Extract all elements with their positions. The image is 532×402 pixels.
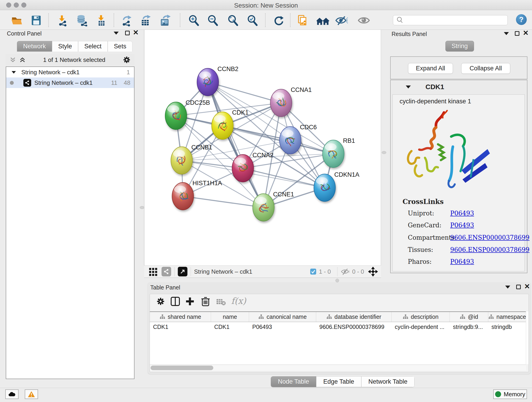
column-header--id[interactable]: @id bbox=[450, 312, 488, 322]
crosslink-genecard-link[interactable]: P06493 bbox=[450, 222, 474, 229]
crosslink-compartments-link[interactable]: 9606.ENSP00000378699 bbox=[450, 234, 530, 241]
network-collection-row[interactable]: String Network – cdk1 1 bbox=[6, 67, 134, 77]
network-canvas[interactable]: CCNB2CCNA1CDC25BCDK1CDC6RB1CCNB1CCNA2CDK… bbox=[144, 30, 381, 265]
node-CCNE1[interactable]: CCNE1 bbox=[253, 191, 294, 221]
network-row-selected[interactable]: String Network – cdk1 11 48 bbox=[6, 77, 134, 88]
scrollbar-thumb[interactable] bbox=[151, 366, 213, 370]
panel-close-icon[interactable]: ✕ bbox=[133, 30, 139, 35]
pan-move-icon[interactable] bbox=[368, 267, 378, 276]
hide-selected-button[interactable] bbox=[335, 14, 348, 27]
panel-close-icon[interactable]: ✕ bbox=[523, 31, 529, 35]
clone-network-button[interactable] bbox=[296, 14, 309, 27]
export-network-button[interactable] bbox=[120, 14, 133, 27]
panel-close-icon[interactable]: ✕ bbox=[524, 284, 530, 289]
refresh-layout-button[interactable] bbox=[272, 14, 285, 27]
create-column-plus-icon[interactable] bbox=[185, 296, 195, 307]
expand-all-icon[interactable] bbox=[19, 56, 26, 64]
cloud-status-button[interactable] bbox=[5, 389, 19, 399]
tab-style[interactable]: Style bbox=[52, 41, 78, 51]
collapse-all-icon[interactable] bbox=[9, 56, 17, 64]
search-input[interactable] bbox=[405, 16, 507, 25]
selected-checkbox-icon[interactable] bbox=[310, 268, 317, 275]
network-options-gear-icon[interactable] bbox=[122, 55, 131, 64]
tab-network[interactable]: Network bbox=[17, 41, 52, 51]
zoom-out-button[interactable] bbox=[206, 14, 219, 27]
table-cell[interactable]: stringdb:9... bbox=[450, 322, 488, 332]
import-network-file-button[interactable] bbox=[56, 14, 68, 27]
zoom-fit-content-button[interactable] bbox=[227, 14, 239, 27]
column-header-shared-name[interactable]: shared name bbox=[150, 312, 211, 322]
table-row[interactable]: CDK1CDK1P064939606.ENSP00000378699cyclin… bbox=[150, 322, 526, 332]
open-in-browser-icon[interactable] bbox=[178, 267, 187, 276]
edge-CCNE1-HIST1H1A[interactable] bbox=[183, 196, 264, 207]
warnings-button[interactable] bbox=[25, 389, 38, 399]
tab-node-table[interactable]: Node Table bbox=[271, 376, 316, 387]
import-network-database-button[interactable] bbox=[75, 14, 88, 27]
table-cell[interactable]: CDK1 bbox=[150, 322, 211, 332]
export-network-icon bbox=[121, 14, 133, 26]
column-header-database-identifier[interactable]: database identifier bbox=[316, 312, 392, 322]
panel-menu-icon[interactable] bbox=[505, 286, 510, 288]
help-button[interactable]: ? bbox=[516, 14, 527, 25]
export-table-button[interactable] bbox=[139, 14, 152, 27]
tree-expander-icon[interactable] bbox=[12, 71, 16, 73]
save-session-button[interactable] bbox=[30, 14, 43, 27]
network-collection-label: String Network – cdk1 bbox=[21, 69, 80, 76]
node-CCNB1[interactable]: CCNB1 bbox=[171, 144, 212, 174]
crosslink-tissues-link[interactable]: 9606.ENSP00000378699 bbox=[450, 246, 530, 253]
open-session-button[interactable] bbox=[10, 14, 23, 27]
show-all-button[interactable] bbox=[357, 14, 370, 27]
table-cell[interactable]: P06493 bbox=[249, 322, 316, 332]
panel-menu-icon[interactable] bbox=[114, 32, 119, 35]
node-section-header[interactable]: CDK1 bbox=[391, 80, 527, 94]
collapse-all-button[interactable]: Collapse All bbox=[461, 63, 510, 74]
crosslink-pharos-link[interactable]: P06493 bbox=[450, 258, 474, 265]
node-CDC6[interactable]: CDC6 bbox=[279, 124, 317, 154]
panel-float-icon[interactable] bbox=[515, 31, 519, 36]
delete-column-trash-icon[interactable] bbox=[201, 296, 210, 307]
section-expander-icon[interactable] bbox=[406, 85, 411, 89]
node-CDK1[interactable]: CDK1 bbox=[212, 109, 249, 139]
column-header-name[interactable]: name bbox=[211, 312, 249, 322]
memory-button[interactable]: Memory bbox=[493, 389, 527, 399]
tab-edge-table[interactable]: Edge Table bbox=[316, 376, 361, 387]
table-vertical-scrollbar[interactable] bbox=[526, 312, 529, 364]
zoom-selected-button[interactable] bbox=[246, 14, 259, 27]
first-neighbors-button[interactable] bbox=[317, 14, 329, 27]
expand-all-button[interactable]: Expand All bbox=[408, 63, 453, 74]
table-panel-title: Table Panel bbox=[150, 284, 180, 291]
export-image-button[interactable] bbox=[159, 14, 172, 27]
table-cell[interactable]: cyclin-dependent ... bbox=[392, 322, 450, 332]
string-network-icon bbox=[23, 79, 31, 87]
tab-string[interactable]: String bbox=[445, 41, 474, 51]
panel-float-icon[interactable] bbox=[125, 31, 130, 35]
tab-sets[interactable]: Sets bbox=[108, 41, 133, 51]
table-horizontal-scrollbar[interactable] bbox=[150, 365, 526, 370]
left-splitter-handle[interactable] bbox=[140, 206, 144, 209]
tab-network-table[interactable]: Network Table bbox=[361, 376, 415, 387]
column-header-namespace[interactable]: namespace bbox=[488, 312, 526, 322]
import-table-file-button[interactable] bbox=[95, 14, 108, 27]
panel-menu-icon[interactable] bbox=[504, 32, 509, 35]
column-header-description[interactable]: description bbox=[392, 312, 450, 322]
table-cell[interactable]: stringdb bbox=[488, 322, 526, 332]
zoom-in-button[interactable] bbox=[187, 14, 200, 27]
table-cell[interactable]: CDK1 bbox=[211, 322, 249, 332]
table-cell[interactable]: 9606.ENSP00000378699 bbox=[316, 322, 392, 332]
show-columns-icon[interactable] bbox=[170, 296, 181, 307]
birds-eye-grid-icon[interactable] bbox=[148, 267, 158, 277]
node-RB1[interactable]: RB1 bbox=[323, 137, 355, 167]
string-style-icon[interactable] bbox=[162, 267, 171, 276]
node-HIST1H1A[interactable]: HIST1H1A bbox=[172, 180, 222, 210]
tab-select[interactable]: Select bbox=[78, 41, 108, 51]
column-header-label: database identifier bbox=[335, 313, 381, 320]
panel-float-icon[interactable] bbox=[516, 285, 521, 289]
node-CCNA2[interactable]: CCNA2 bbox=[232, 152, 273, 182]
column-header-canonical-name[interactable]: canonical name bbox=[249, 312, 316, 322]
right-splitter-handle[interactable] bbox=[382, 151, 386, 154]
edge-CCNB2-CCNE1[interactable] bbox=[208, 82, 264, 207]
horizontal-splitter-handle[interactable] bbox=[336, 279, 339, 282]
table-options-gear-icon[interactable] bbox=[156, 296, 166, 306]
node-CDKN1A[interactable]: CDKN1A bbox=[314, 171, 360, 201]
crosslink-uniprot-link[interactable]: P06493 bbox=[450, 210, 474, 217]
